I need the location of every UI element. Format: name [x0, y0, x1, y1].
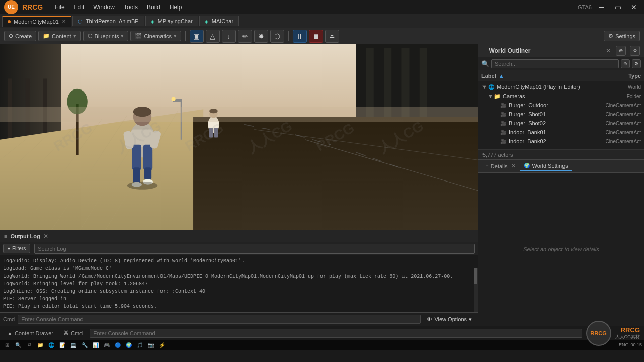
- outliner-tree: ▼ 🌐 ModernCityMap01 (Play In Editor) Wor…: [478, 81, 644, 149]
- menu-help[interactable]: Help: [166, 3, 186, 12]
- aichar-icon: ◈: [205, 19, 209, 24]
- details-placeholder: Select an object to view details: [523, 246, 599, 252]
- eject-button[interactable]: ⏏: [325, 30, 339, 43]
- minimize-button[interactable]: ─: [596, 2, 608, 12]
- output-log-title: Output Log: [10, 233, 40, 239]
- tree-arrow: ▼: [488, 93, 494, 99]
- mesh-paint-button[interactable]: ✏: [238, 30, 252, 43]
- main-layout: RRCG 人人CG RRCG 人人CG RRCG 人人CG ≡ Output L…: [0, 44, 644, 326]
- log-search-input[interactable]: [34, 244, 475, 254]
- taskbar-icon-5[interactable]: 📊: [91, 340, 101, 349]
- tab-mplayingchar[interactable]: ◈ MPlayingChar: [145, 16, 198, 26]
- tree-item-type: Folder: [591, 94, 641, 99]
- create-button[interactable]: ⊕ Create: [4, 31, 36, 41]
- close-button[interactable]: ✕: [628, 2, 640, 12]
- taskbar-start[interactable]: ⊞: [2, 340, 12, 349]
- brush-button[interactable]: ⬡: [270, 30, 284, 43]
- menu-build[interactable]: Build: [143, 3, 165, 12]
- menu-window[interactable]: Window: [89, 3, 119, 12]
- blueprints-button[interactable]: ⬡ Blueprints ▾: [83, 31, 129, 41]
- log-line: LogWorld: Bringing level for play took: …: [3, 280, 475, 288]
- outliner-add-button[interactable]: ⊕: [616, 46, 626, 56]
- tab-maichar[interactable]: ◈ MAIChar: [199, 16, 239, 26]
- outliner-close[interactable]: ✕: [606, 47, 611, 54]
- taskbar-icon-9[interactable]: 🎵: [135, 340, 145, 349]
- content-drawer-button[interactable]: ▲ Content Drawer: [4, 329, 56, 337]
- tree-item-label: Burger_Shot02: [509, 120, 591, 126]
- tree-item-burger-outdoor[interactable]: ▶ 🎥 Burger_Outdoor CineCameraAct: [478, 101, 644, 110]
- tab-label: MPlayingChar: [158, 18, 193, 24]
- outliner-search-input[interactable]: [491, 59, 619, 68]
- tab-thirdperson-anim[interactable]: ⬡ ThirdPerson_AnimBP: [72, 16, 144, 26]
- sort-indicator: ▲: [499, 73, 504, 79]
- taskbar-icon-7[interactable]: 🔵: [113, 340, 123, 349]
- outliner-view-button[interactable]: ⊕: [621, 59, 630, 68]
- console-bar: Cmd 👁 View Options ▾: [0, 312, 478, 326]
- filters-button[interactable]: ▾ Filters: [3, 244, 30, 253]
- tree-item-indoor-bank02[interactable]: ▶ 🎥 Indoor_Bank02 CineCameraAct: [478, 137, 644, 146]
- scrollbar-thumb[interactable]: [474, 268, 477, 284]
- char-icon: ◈: [151, 19, 155, 24]
- content-button[interactable]: 📁 Content ▾: [38, 31, 81, 41]
- tab-modern-city[interactable]: ModernCityMap01 ✕: [2, 16, 71, 27]
- console-label: Cmd: [3, 316, 15, 322]
- menu-tools[interactable]: Tools: [120, 3, 142, 12]
- tab-label: MAIChar: [212, 18, 233, 24]
- view-options-button[interactable]: 👁 View Options ▾: [424, 315, 475, 324]
- console-input[interactable]: [18, 315, 421, 324]
- maximize-button[interactable]: ▭: [612, 2, 624, 12]
- tree-item-label: Burger_Outdoor: [509, 102, 591, 108]
- taskbar-icon-10[interactable]: 📷: [146, 340, 156, 349]
- toolbar-right: ⚙ Settings: [604, 31, 640, 41]
- cmd-icon: ⌘: [63, 330, 69, 336]
- details-tab-close[interactable]: ✕: [511, 163, 516, 169]
- camera-icon: 🎥: [500, 111, 507, 118]
- taskbar-icon-2[interactable]: 📝: [57, 340, 67, 349]
- pause-button[interactable]: ⏸: [293, 30, 307, 43]
- log-scrollbar[interactable]: [474, 268, 478, 312]
- log-line: LogWorld: Bringing World /Game/ModernCit…: [3, 273, 475, 280]
- outliner-settings-button[interactable]: ⚙: [630, 46, 640, 56]
- menu-edit[interactable]: Edit: [70, 3, 89, 12]
- tree-arrow: ▼: [481, 84, 488, 90]
- details-tab-details[interactable]: ≡ Details ✕: [481, 161, 520, 171]
- taskbar-explorer[interactable]: 📁: [35, 340, 45, 349]
- tree-item-cameras[interactable]: ▼ 📁 Cameras Folder: [478, 92, 644, 101]
- stop-button[interactable]: ⏹: [309, 30, 323, 43]
- tree-item-indoor-bank01[interactable]: ▶ 🎥 Indoor_Bank01 CineCameraAct: [478, 128, 644, 137]
- svg-rect-32: [133, 167, 140, 183]
- tree-item-label: ModernCityMap01 (Play In Editor): [497, 84, 591, 90]
- details-panel: ≡ Details ✕ 🌍 World Settings Select an o…: [478, 160, 644, 326]
- taskbar-search[interactable]: 🔍: [13, 340, 23, 349]
- taskbar-icon-8[interactable]: 🌍: [124, 340, 134, 349]
- fracture-button[interactable]: ✸: [254, 30, 268, 43]
- taskbar-icon-4[interactable]: 🔧: [79, 340, 90, 349]
- game-viewport[interactable]: RRCG 人人CG RRCG 人人CG RRCG 人人CG: [0, 44, 478, 230]
- rrcg-branding: RRCG RRCG 人人CG素材: [586, 321, 640, 346]
- taskbar-icon-6[interactable]: 🎮: [102, 340, 112, 349]
- foliage-button[interactable]: ↓: [222, 30, 236, 43]
- cinematics-button[interactable]: 🎬 Cinematics ▾: [130, 31, 181, 41]
- log-line: LogLoad: Game class is 'MGameMode_C': [3, 265, 475, 273]
- tab-close[interactable]: ✕: [62, 19, 66, 24]
- tree-item-burger-shot02[interactable]: ▶ 🎥 Burger_Shot02 CineCameraAct: [478, 119, 644, 128]
- details-tab-label: World Settings: [532, 163, 568, 169]
- tree-item-burger-shot01[interactable]: ▶ 🎥 Burger_Shot01 CineCameraAct: [478, 110, 644, 119]
- window-title: GTA6: [578, 4, 592, 10]
- bottom-console-input[interactable]: [90, 329, 582, 338]
- svg-rect-39: [209, 128, 213, 137]
- menu-file[interactable]: File: [51, 3, 68, 12]
- settings-button[interactable]: ⚙ Settings: [604, 31, 640, 41]
- output-log-close[interactable]: ✕: [43, 233, 48, 240]
- landscape-button[interactable]: △: [206, 30, 220, 43]
- taskbar-icon-1[interactable]: 🌐: [46, 340, 56, 349]
- taskbar-task-view[interactable]: ⧉: [24, 340, 34, 349]
- select-mode-button[interactable]: ▣: [190, 30, 204, 43]
- taskbar-icon-3[interactable]: 💻: [68, 340, 78, 349]
- taskbar-icon-11[interactable]: ⚡: [157, 340, 167, 349]
- outliner-filter-button[interactable]: ⚙: [632, 59, 641, 68]
- tree-item-world[interactable]: ▼ 🌐 ModernCityMap01 (Play In Editor) Wor…: [478, 82, 644, 92]
- tree-item-label: Indoor_Bank01: [509, 129, 591, 135]
- details-tab-world-settings[interactable]: 🌍 World Settings: [520, 161, 572, 171]
- cmd-label: ⌘ Cmd: [60, 329, 86, 337]
